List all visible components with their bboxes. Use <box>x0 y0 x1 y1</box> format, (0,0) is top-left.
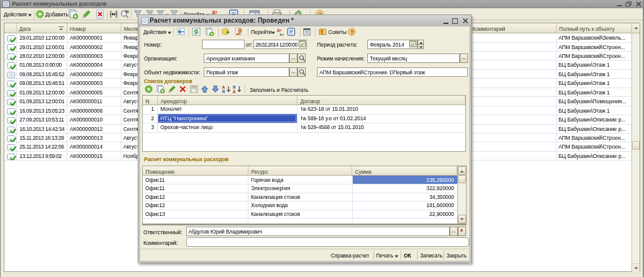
svg-text:А: А <box>233 89 236 93</box>
svg-text:?: ? <box>350 29 353 35</box>
svg-text:А: А <box>222 85 225 89</box>
svg-text:Кт: Кт <box>280 33 284 36</box>
svg-text:Я: Я <box>222 89 225 93</box>
svg-text:Я: Я <box>233 85 236 89</box>
svg-text:?: ? <box>321 30 323 34</box>
svg-text:Дт: Дт <box>277 28 282 32</box>
